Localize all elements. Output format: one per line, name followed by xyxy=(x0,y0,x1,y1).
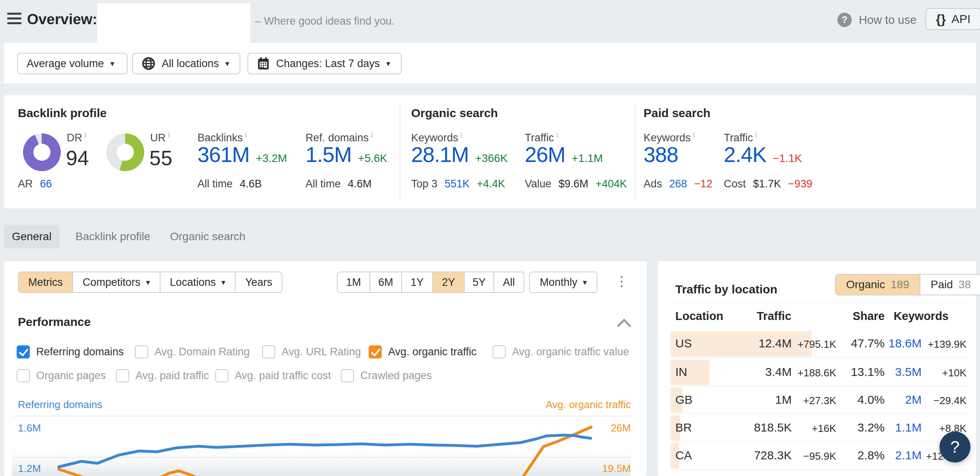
segment-competitors[interactable]: Competitors▾ xyxy=(72,272,160,292)
checkbox-avg-domain-rating[interactable]: Avg. Domain Rating xyxy=(135,345,250,358)
redacted-domain xyxy=(97,3,250,44)
organic-traffic-value[interactable]: 26M xyxy=(525,142,565,167)
toggle-paid[interactable]: Paid38 xyxy=(920,275,980,295)
ur-value: 55 xyxy=(149,146,172,170)
ads-value-link[interactable]: 268 xyxy=(669,178,687,190)
metric-mode-dropdown[interactable]: Average volume▾ xyxy=(17,53,128,74)
top3-value-link[interactable]: 551K xyxy=(445,178,470,190)
api-button[interactable]: {} API xyxy=(926,8,980,30)
segment-locations[interactable]: Locations▾ xyxy=(160,272,235,292)
row-divider xyxy=(675,357,970,358)
paid-keywords-value-row: 388 xyxy=(644,142,678,167)
checkbox-box[interactable] xyxy=(17,345,30,358)
info-icon[interactable]: i xyxy=(693,131,695,139)
segment-years[interactable]: Years xyxy=(235,272,282,292)
help-circle-icon: ? xyxy=(837,13,852,27)
info-icon[interactable]: i xyxy=(461,131,462,139)
api-label: API xyxy=(951,12,970,26)
changes-period-dropdown[interactable]: Changes: Last 7 days▾ xyxy=(247,53,402,74)
col-header-traffic[interactable]: Traffic xyxy=(757,310,791,323)
location-cell: US xyxy=(675,337,692,350)
segment-metrics[interactable]: Metrics xyxy=(19,272,72,292)
how-to-use-link[interactable]: ? How to use xyxy=(837,13,916,27)
organic-traffic-value-row: 26M +1.1M xyxy=(525,142,603,167)
keywords-cell[interactable]: 2.1M xyxy=(895,449,922,462)
info-icon[interactable]: i xyxy=(557,131,558,139)
keywords-cell[interactable]: 18.6M xyxy=(889,337,922,350)
how-to-use-label: How to use xyxy=(859,13,916,27)
organic-keywords-value[interactable]: 28.1M xyxy=(411,142,469,167)
ar-row: AR 66 xyxy=(18,178,52,190)
globe-icon xyxy=(142,57,155,70)
checkbox-box[interactable] xyxy=(116,369,129,382)
range-1y[interactable]: 1Y xyxy=(401,272,432,292)
keywords-cell[interactable]: 1.1M xyxy=(895,421,922,434)
checkbox-organic-pages[interactable]: Organic pages xyxy=(17,369,106,382)
traffic-change-cell: +16K xyxy=(812,422,836,435)
traffic-change-cell: +27.3K xyxy=(803,395,836,407)
chevron-down-icon: ▾ xyxy=(386,59,390,68)
info-icon[interactable]: i xyxy=(85,131,86,139)
checkbox-box[interactable] xyxy=(215,369,228,382)
time-range-control: 1M 6M 1Y 2Y 5Y All xyxy=(337,272,524,293)
menu-icon[interactable] xyxy=(7,13,21,27)
share-cell: 47.7% xyxy=(851,337,885,350)
checkbox-box[interactable] xyxy=(493,345,506,358)
checkbox-box[interactable] xyxy=(369,345,382,358)
granularity-dropdown[interactable]: Monthly▾ xyxy=(529,272,597,293)
checkbox-box[interactable] xyxy=(341,369,354,382)
checkbox-referring-domains[interactable]: Referring domains xyxy=(17,345,124,358)
ar-value-link[interactable]: 66 xyxy=(40,178,52,190)
location-cell: GB xyxy=(675,393,692,407)
paid-traffic-value[interactable]: 2.4K xyxy=(724,142,766,167)
checkbox-crawled-pages[interactable]: Crawled pages xyxy=(341,369,432,382)
info-icon[interactable]: i xyxy=(168,131,170,139)
share-cell: 3.2% xyxy=(858,421,885,434)
traffic-cell: 728.3K xyxy=(754,449,792,462)
kebab-menu-icon[interactable]: ⋮ xyxy=(615,273,628,289)
col-header-keywords[interactable]: Keywords xyxy=(893,310,949,323)
paid-keywords-value[interactable]: 388 xyxy=(644,143,678,166)
traffic-by-location-title: Traffic by location xyxy=(675,283,777,296)
checkbox-avg-organic-traffic[interactable]: Avg. organic traffic xyxy=(369,345,477,358)
tab-backlink-profile[interactable]: Backlink profile xyxy=(68,225,158,249)
tab-general[interactable]: General xyxy=(4,225,60,249)
checkbox-avg-paid-traffic[interactable]: Avg. paid traffic xyxy=(116,369,209,382)
row-divider xyxy=(675,414,970,414)
range-2y[interactable]: 2Y xyxy=(432,272,464,292)
chevron-down-icon: ▾ xyxy=(221,278,225,287)
row-divider xyxy=(675,386,970,386)
organic-paid-toggle: Organic189 Paid38 xyxy=(835,274,980,295)
traffic-cell: 1M xyxy=(775,393,792,407)
divider xyxy=(400,104,400,199)
keywords-cell[interactable]: 3.5M xyxy=(895,365,922,379)
checkbox-avg-url-rating[interactable]: Avg. URL Rating xyxy=(262,345,361,358)
performance-chart[interactable] xyxy=(12,397,648,476)
checkbox-box[interactable] xyxy=(17,369,30,382)
col-header-share[interactable]: Share xyxy=(852,310,885,323)
organic-value-row: Value $9.6M +404K xyxy=(525,178,627,190)
range-all[interactable]: All xyxy=(493,272,524,292)
locations-dropdown[interactable]: All locations▾ xyxy=(132,53,240,74)
help-fab[interactable]: ? xyxy=(939,432,970,463)
info-icon[interactable]: i xyxy=(756,131,757,139)
range-1m[interactable]: 1M xyxy=(338,272,369,292)
checkbox-avg-organic-traffic-value[interactable]: Avg. organic traffic value xyxy=(493,345,629,358)
toggle-organic[interactable]: Organic189 xyxy=(836,275,920,295)
ref-domains-value[interactable]: 1.5M xyxy=(305,142,352,167)
info-icon[interactable]: i xyxy=(245,131,247,139)
col-header-location[interactable]: Location xyxy=(675,310,723,323)
keywords-change-cell: +10K xyxy=(942,367,966,379)
tab-organic-search[interactable]: Organic search xyxy=(162,225,253,249)
keywords-cell[interactable]: 2M xyxy=(905,393,922,407)
info-icon[interactable]: i xyxy=(371,131,373,139)
range-6m[interactable]: 6M xyxy=(369,272,401,292)
checkbox-avg-paid-traffic-cost[interactable]: Avg. paid traffic cost xyxy=(215,369,331,382)
checkbox-box[interactable] xyxy=(262,345,275,358)
backlinks-value[interactable]: 361M xyxy=(197,142,249,167)
keywords-change-cell: −29.4K xyxy=(934,395,966,407)
chevron-down-icon: ▾ xyxy=(110,59,114,68)
checkbox-box[interactable] xyxy=(135,345,148,358)
backlinks-alltime: All time 4.6B xyxy=(197,178,262,190)
range-5y[interactable]: 5Y xyxy=(464,272,493,292)
